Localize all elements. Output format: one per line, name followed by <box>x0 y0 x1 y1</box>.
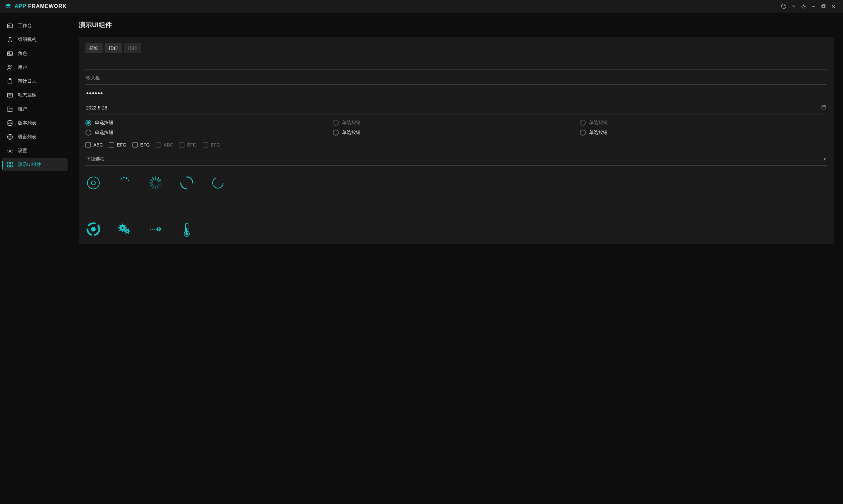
demo-panel: 按钮按钮按钮 输入框 ●●●●●● 2022-5-28 单选按钮单选按钮单选按钮… <box>79 37 834 244</box>
checkbox-box-icon <box>156 142 161 147</box>
date-input[interactable]: 2022-5-28 <box>85 101 827 114</box>
radio-0[interactable]: 单选按钮 <box>85 120 333 126</box>
radio-dot-icon <box>580 130 586 136</box>
brightness-icon[interactable] <box>798 1 809 11</box>
svg-point-88 <box>152 229 153 230</box>
content-area: 演示UI组件 按钮按钮按钮 输入框 ●●●●●● 2022-5-28 单选按钮单… <box>70 13 843 504</box>
radio-group: 单选按钮单选按钮单选按钮单选按钮单选按钮单选按钮 <box>85 120 827 136</box>
sidebar-item-label: 角色 <box>18 51 27 57</box>
sidebar-item-2[interactable]: 角色 <box>2 47 68 60</box>
radio-dot-icon <box>85 130 91 136</box>
text-input[interactable] <box>85 57 827 70</box>
sidebar-item-6[interactable]: 租户 <box>2 103 68 116</box>
sidebar-item-label: 组织机构 <box>18 37 36 43</box>
sidebar-item-4[interactable]: 审计日志 <box>2 75 68 88</box>
radio-dot-icon <box>333 120 339 126</box>
svg-line-85 <box>126 229 126 230</box>
demo-button-2: 按钮 <box>124 43 141 53</box>
checkbox-box-icon <box>133 142 138 147</box>
building-icon <box>6 106 13 112</box>
sidebar-item-0[interactable]: 工作台 <box>2 19 68 32</box>
sidebar-item-5[interactable]: 动态属性 <box>2 89 68 102</box>
svg-line-76 <box>120 230 121 231</box>
svg-point-89 <box>154 229 155 230</box>
dropdown-select[interactable]: 下拉选项 ▼ <box>85 153 827 166</box>
checkbox-1[interactable]: EFG <box>109 142 126 147</box>
svg-point-48 <box>87 177 99 189</box>
sidebar-item-10[interactable]: 演示UI组件 <box>2 158 68 171</box>
sidebar-item-9[interactable]: 设置 <box>2 144 68 158</box>
palette-icon[interactable] <box>779 1 789 11</box>
demo-button-0[interactable]: 按钮 <box>85 43 103 53</box>
checkbox-3: ABC <box>156 142 173 147</box>
sidebar-item-7[interactable]: 版本列表 <box>2 116 68 130</box>
svg-line-62 <box>153 178 154 180</box>
svg-point-53 <box>128 180 129 181</box>
radio-3[interactable]: 单选按钮 <box>85 130 333 136</box>
svg-line-82 <box>128 233 129 233</box>
sidebar-item-label: 设置 <box>18 148 27 154</box>
spinner-thin-ring-icon <box>210 175 226 191</box>
anchor-icon <box>6 36 13 43</box>
spinner-ring-icon <box>85 175 101 191</box>
checkbox-box-icon <box>179 142 185 147</box>
close-icon[interactable] <box>828 1 838 11</box>
svg-point-70 <box>121 227 123 229</box>
spinner-pie-icon <box>85 221 101 237</box>
svg-line-58 <box>153 186 154 188</box>
password-input[interactable]: ●●●●●● <box>85 87 827 99</box>
svg-point-50 <box>121 178 122 180</box>
titlebar: APP FRAMEWORK <box>0 0 843 13</box>
radio-5[interactable]: 单选按钮 <box>580 130 827 136</box>
calendar-icon[interactable] <box>821 105 826 111</box>
radio-4[interactable]: 单选按钮 <box>333 130 580 136</box>
sidebar-item-label: 用户 <box>18 65 27 70</box>
logo-icon <box>5 3 12 10</box>
sidebar-item-label: 版本列表 <box>18 120 36 126</box>
svg-point-92 <box>185 233 188 235</box>
maximize-icon[interactable] <box>819 1 828 11</box>
placeholder-input[interactable]: 输入框 <box>85 72 827 85</box>
svg-rect-44 <box>822 106 826 109</box>
spinner-showcase <box>85 175 827 237</box>
svg-point-35 <box>7 121 12 122</box>
globe-icon <box>6 133 13 140</box>
checkbox-4: EFG <box>179 142 197 147</box>
logo-text-rest: FRAMEWORK <box>27 3 67 9</box>
svg-rect-32 <box>10 108 12 112</box>
sidebar-item-label: 工作台 <box>18 23 32 29</box>
sidebar-item-8[interactable]: 语言列表 <box>2 130 68 144</box>
checkbox-box-icon <box>203 142 208 147</box>
svg-line-55 <box>159 184 161 186</box>
svg-rect-42 <box>7 165 10 167</box>
svg-line-9 <box>802 5 802 5</box>
sidebar-item-label: 语言列表 <box>18 134 36 140</box>
dashboard-icon <box>6 22 13 29</box>
app-logo: APP FRAMEWORK <box>5 3 67 10</box>
chevron-down-icon[interactable] <box>789 1 798 11</box>
svg-rect-18 <box>7 24 13 28</box>
database-icon <box>6 120 13 126</box>
radio-dot-icon <box>85 120 91 126</box>
sidebar-item-label: 演示UI组件 <box>18 162 41 168</box>
list-icon <box>6 92 13 98</box>
svg-point-39 <box>9 150 11 152</box>
checkbox-0[interactable]: ABC <box>85 142 103 147</box>
minimize-icon[interactable] <box>809 1 819 11</box>
sidebar-item-3[interactable]: 用户 <box>2 61 68 74</box>
sidebar-item-label: 租户 <box>18 106 27 112</box>
sidebar-item-1[interactable]: 组织机构 <box>2 33 68 46</box>
checkbox-2[interactable]: EFG <box>133 142 150 147</box>
svg-point-49 <box>91 181 96 185</box>
svg-rect-40 <box>7 162 10 164</box>
svg-point-52 <box>125 177 127 179</box>
svg-rect-28 <box>7 93 13 97</box>
spinner-segments-icon <box>148 175 164 191</box>
demo-button-1[interactable]: 按钮 <box>105 43 122 53</box>
svg-line-59 <box>150 184 153 186</box>
svg-point-3 <box>783 6 784 7</box>
spinner-plane-icon <box>148 221 164 237</box>
svg-point-68 <box>91 227 96 232</box>
svg-point-24 <box>8 66 10 67</box>
svg-line-11 <box>802 7 802 8</box>
